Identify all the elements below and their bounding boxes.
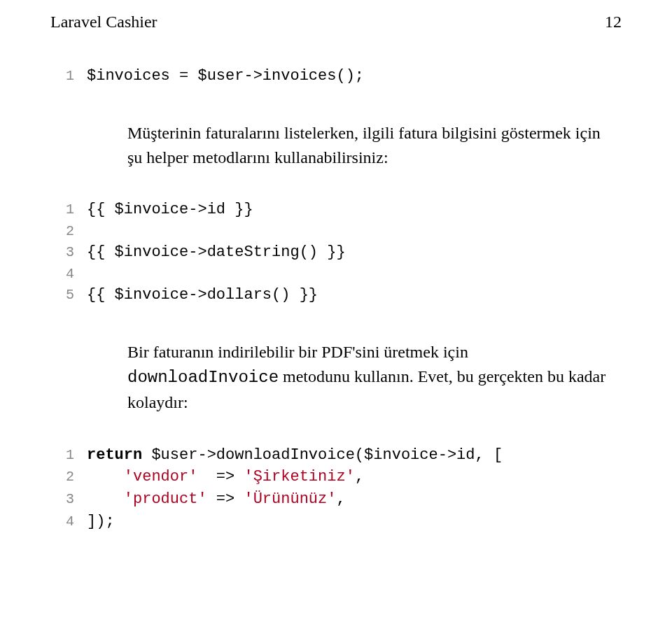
inline-code: downloadInvoice [127,368,279,387]
code-line: 2 [50,221,622,241]
code-line: 3 'product' => 'Ürününüz', [50,488,622,511]
code-text: {{ $invoice->dollars() }} [74,284,318,306]
code-text: 'vendor' => 'Şirketiniz', [74,466,364,488]
code-line: 2 'vendor' => 'Şirketiniz', [50,466,622,488]
code-token [87,468,124,485]
code-token: => [197,468,244,485]
code-token: $user->downloadInvoice($invoice->id, [ [142,446,503,464]
page-content: Laravel Cashier 12 1 $invoices = $user->… [0,0,672,592]
code-line: 3 {{ $invoice->dateString() }} [50,241,622,264]
code-text: $invoices = $user->invoices(); [74,65,364,87]
line-number: 1 [50,445,74,465]
code-line: 1 $invoices = $user->invoices(); [50,65,622,87]
code-line: 1 return $user->downloadInvoice($invoice… [50,444,622,467]
code-line: 4 ]); [50,511,622,533]
code-text: {{ $invoice->dateString() }} [74,241,346,264]
string-token: 'Şirketiniz' [244,468,354,485]
line-number: 5 [50,285,74,305]
keyword-token: return [87,446,142,464]
code-line: 5 {{ $invoice->dollars() }} [50,284,622,306]
code-text: ]); [74,511,115,533]
paragraph: Müşterinin faturalarını listelerken, ilg… [127,121,610,170]
line-number: 4 [50,264,74,284]
line-number: 2 [50,467,74,487]
code-line: 1 {{ $invoice->id }} [50,199,622,221]
line-number: 4 [50,511,74,532]
line-number: 2 [50,221,74,241]
page-number: 12 [605,13,622,31]
code-token: , [355,468,364,485]
string-token: 'Ürününüz' [244,490,336,508]
text-run: Bir faturanın indirilebilir bir PDF'sini… [127,343,468,361]
code-token: => [207,490,244,508]
code-block-invoices: 1 $invoices = $user->invoices(); [50,65,622,87]
string-token: 'vendor' [124,468,198,485]
line-number: 1 [50,199,74,220]
code-line: 4 [50,264,622,284]
code-block-invoice-helpers: 1 {{ $invoice->id }} 2 3 {{ $invoice->da… [50,199,622,306]
code-token [87,490,124,508]
code-block-download-invoice: 1 return $user->downloadInvoice($invoice… [50,444,622,534]
line-number: 3 [50,489,74,509]
string-token: 'product' [124,490,207,508]
header-title: Laravel Cashier [50,13,158,31]
code-text: 'product' => 'Ürününüz', [74,488,346,511]
running-header: Laravel Cashier 12 [50,13,622,31]
line-number: 3 [50,242,74,262]
paragraph: Bir faturanın indirilebilir bir PDF'sini… [127,340,610,414]
code-text: {{ $invoice->id }} [74,199,253,221]
line-number: 1 [50,66,74,86]
code-text: return $user->downloadInvoice($invoice->… [74,444,503,467]
code-token: , [336,490,345,508]
